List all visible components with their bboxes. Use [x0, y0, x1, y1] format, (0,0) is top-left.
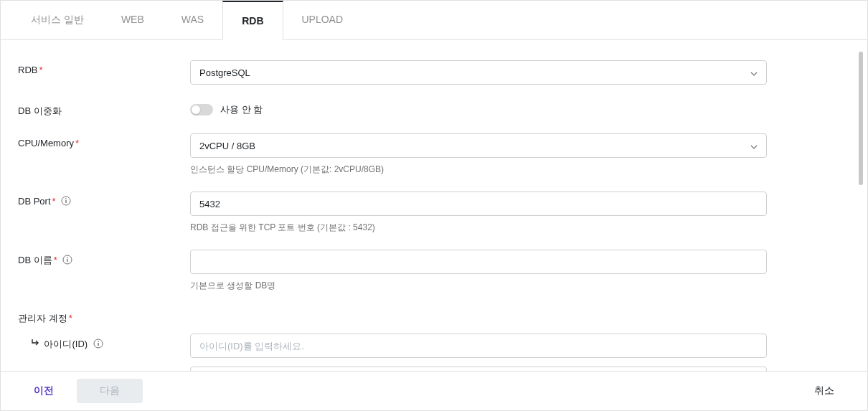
admin-id-input[interactable] — [190, 334, 767, 358]
svg-rect-7 — [98, 343, 98, 346]
dbname-input[interactable] — [190, 250, 767, 274]
cancel-button[interactable]: 취소 — [798, 379, 850, 403]
dup-label: DB 이중화 — [18, 100, 190, 118]
svg-rect-2 — [66, 199, 67, 199]
form-content: RDB* PostgreSQL DB 이중화 사용 안 함 — [1, 40, 867, 371]
rdb-label: RDB* — [18, 60, 190, 75]
caret-down-icon — [750, 141, 758, 151]
dbname-label: DB 이름* — [18, 250, 190, 267]
footer: 이전 다음 취소 — [1, 371, 867, 410]
tab-rdb[interactable]: RDB — [222, 1, 283, 40]
dbname-help: 기본으로 생성할 DB명 — [190, 280, 767, 292]
tab-web[interactable]: WEB — [103, 1, 163, 39]
eye-off-icon[interactable] — [745, 371, 760, 372]
svg-rect-5 — [67, 258, 68, 258]
cpu-select-value: 2vCPU / 8GB — [199, 141, 255, 151]
tab-service-general[interactable]: 서비스 일반 — [12, 1, 103, 39]
rdb-select[interactable]: PostgreSQL — [190, 60, 767, 85]
svg-rect-4 — [67, 259, 68, 262]
cpu-help: 인스턴스 할당 CPU/Memory (기본값: 2vCPU/8GB) — [190, 164, 767, 176]
cpu-select[interactable]: 2vCPU / 8GB — [190, 133, 767, 158]
caret-down-icon — [750, 67, 758, 78]
prev-button[interactable]: 이전 — [18, 379, 70, 403]
info-icon[interactable] — [62, 255, 72, 265]
cpu-label: CPU/Memory* — [18, 133, 190, 148]
port-help: RDB 접근을 위한 TCP 포트 번호 (기본값 : 5432) — [190, 222, 767, 234]
info-icon[interactable] — [93, 339, 103, 349]
dup-toggle-label: 사용 안 함 — [220, 103, 263, 116]
svg-rect-8 — [98, 341, 98, 342]
port-input[interactable] — [190, 192, 767, 216]
rdb-select-value: PostgreSQL — [199, 67, 250, 78]
admin-pw-label: 비밀번호 — [18, 367, 190, 371]
admin-id-label: 아이디(ID) — [18, 334, 190, 351]
tab-upload[interactable]: UPLOAD — [283, 1, 362, 39]
scrollbar-thumb[interactable] — [859, 52, 863, 185]
port-label: DB Port* — [18, 192, 190, 207]
admin-pw-input[interactable] — [190, 367, 767, 371]
sub-arrow-icon — [31, 338, 41, 350]
next-button: 다음 — [77, 379, 143, 403]
svg-rect-1 — [66, 200, 67, 203]
admin-section-label: 관리자 계정* — [18, 308, 190, 325]
dup-toggle[interactable] — [190, 104, 213, 115]
info-icon[interactable] — [61, 196, 71, 206]
tab-bar: 서비스 일반 WEB WAS RDB UPLOAD — [1, 1, 867, 40]
tab-was[interactable]: WAS — [163, 1, 222, 39]
